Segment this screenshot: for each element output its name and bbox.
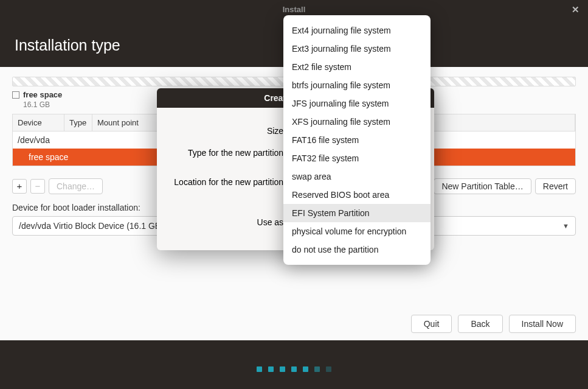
fs-menu-item[interactable]: XFS journaling file system bbox=[283, 113, 431, 131]
back-button[interactable]: Back bbox=[458, 315, 502, 333]
new-partition-table-button[interactable]: New Partition Table… bbox=[434, 178, 531, 194]
fs-menu-item[interactable]: Ext3 journaling file system bbox=[283, 40, 431, 58]
legend-size: 16.1 GB bbox=[23, 100, 50, 109]
legend-name: free space bbox=[23, 90, 62, 99]
location-label: Location for the new partition: bbox=[167, 177, 288, 187]
chevron-down-icon: ▼ bbox=[562, 222, 569, 230]
bootloader-value: /dev/vda Virtio Block Device (16.1 GB) bbox=[19, 221, 164, 231]
close-icon[interactable]: ✕ bbox=[572, 4, 579, 15]
fs-menu-item[interactable]: do not use the partition bbox=[283, 240, 431, 259]
change-button: Change… bbox=[49, 178, 103, 194]
dot bbox=[257, 366, 262, 372]
row-device: free space bbox=[18, 151, 69, 163]
fs-menu-item[interactable]: JFS journaling file system bbox=[283, 94, 431, 113]
add-button[interactable]: + bbox=[12, 179, 27, 194]
legend-swatch bbox=[12, 91, 19, 99]
fs-menu-item[interactable]: physical volume for encryption bbox=[283, 222, 431, 240]
fs-menu-item[interactable]: FAT32 file system bbox=[283, 149, 431, 167]
dot bbox=[268, 366, 274, 372]
footer-buttons: Quit Back Install Now bbox=[411, 315, 576, 333]
fs-menu-item[interactable]: EFI System Partition bbox=[283, 204, 431, 222]
remove-button: − bbox=[30, 179, 45, 194]
revert-button[interactable]: Revert bbox=[535, 178, 576, 194]
col-device[interactable]: Device bbox=[13, 114, 64, 131]
window-title: Install bbox=[283, 5, 306, 14]
filesystem-menu: Ext4 journaling file systemExt3 journali… bbox=[283, 15, 431, 265]
useas-label: Use as: bbox=[167, 217, 288, 227]
quit-button[interactable]: Quit bbox=[411, 315, 452, 333]
col-type[interactable]: Type bbox=[64, 114, 92, 131]
fs-menu-item[interactable]: FAT16 file system bbox=[283, 131, 431, 149]
dot bbox=[280, 366, 285, 372]
dot bbox=[314, 366, 320, 372]
fs-menu-item[interactable]: Ext2 file system bbox=[283, 58, 431, 76]
type-label: Type for the new partition: bbox=[167, 148, 288, 158]
fs-menu-item[interactable]: Ext4 journaling file system bbox=[283, 21, 431, 40]
size-label: Size: bbox=[167, 126, 288, 136]
fs-menu-item[interactable]: Reserved BIOS boot area bbox=[283, 186, 431, 204]
progress-dots bbox=[0, 366, 588, 372]
fs-menu-item[interactable]: swap area bbox=[283, 167, 431, 186]
row-device: /dev/vda bbox=[18, 134, 69, 146]
install-now-button[interactable]: Install Now bbox=[509, 315, 576, 333]
dot bbox=[326, 366, 331, 372]
dot bbox=[303, 366, 308, 372]
dot bbox=[291, 366, 297, 372]
fs-menu-item[interactable]: btrfs journaling file system bbox=[283, 76, 431, 94]
